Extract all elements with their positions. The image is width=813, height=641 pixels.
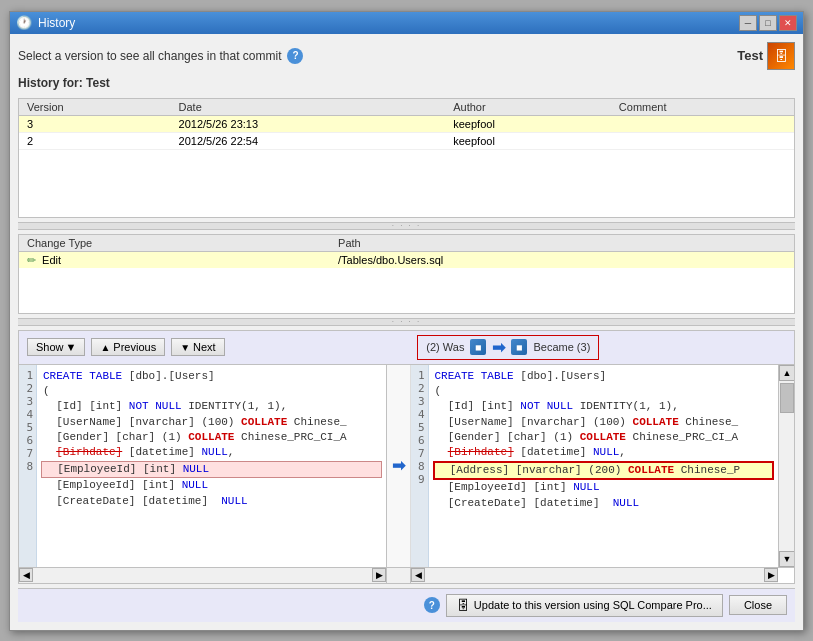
cell-comment <box>611 132 794 149</box>
select-version-text: Select a version to see all changes in t… <box>18 49 281 63</box>
diff-line: [Birhdate] [datetime] NULL, <box>433 445 775 460</box>
col-path: Path <box>330 235 794 252</box>
history-for-label: History for: Test <box>18 76 795 90</box>
edit-pencil-icon: ✏ <box>27 254 39 266</box>
horizontal-scrollbars: ◀ ▶ ◀ ▶ <box>19 567 794 583</box>
close-label: Close <box>744 599 772 611</box>
scroll-thumb[interactable] <box>780 383 794 413</box>
header-info: Select a version to see all changes in t… <box>18 48 303 64</box>
window-title: History <box>38 16 75 30</box>
diff-line: [UserName] [nvarchar] (100) COLLATE Chin… <box>433 415 775 430</box>
col-version: Version <box>19 99 171 116</box>
right-hscroll[interactable]: ◀ ▶ <box>411 568 778 583</box>
diff-section: Show ▼ ▲ Previous ▼ Next (2) Was ◼ ➡ <box>18 330 795 584</box>
header-row: Select a version to see all changes in t… <box>18 42 795 70</box>
next-arrow-icon: ▼ <box>180 342 190 353</box>
right-scrollbar[interactable]: ▲ ▼ <box>778 365 794 567</box>
diff-line: [Id] [int] NOT NULL IDENTITY(1, 1), <box>433 399 775 414</box>
hscroll-right-left-button[interactable]: ◀ <box>411 568 425 582</box>
next-label: Next <box>193 341 216 353</box>
title-bar-left: 🕐 History <box>16 15 75 30</box>
diff-line: [Id] [int] NOT NULL IDENTITY(1, 1), <box>41 399 382 414</box>
was-label: (2) Was <box>426 341 464 353</box>
history-for-static: History for: <box>18 76 83 90</box>
diff-line: CREATE TABLE [dbo].[Users] <box>433 369 775 384</box>
change-type-label: Edit <box>42 254 61 266</box>
diff-line: [UserName] [nvarchar] (100) COLLATE Chin… <box>41 415 382 430</box>
changes-table-container: Change Type Path ✏ Edit /Tables/dbo.User… <box>18 234 795 314</box>
hscroll-mid <box>387 568 411 583</box>
hscroll-left-button[interactable]: ◀ <box>19 568 33 582</box>
table-row[interactable]: 2 2012/5/26 22:54 keepfool <box>19 132 794 149</box>
diff-line: ( <box>41 384 382 399</box>
diff-line: [Gender] [char] (1) COLLATE Chinese_PRC_… <box>41 430 382 445</box>
previous-label: Previous <box>113 341 156 353</box>
scroll-up-button[interactable]: ▲ <box>779 365 794 381</box>
close-window-button[interactable]: ✕ <box>779 15 797 31</box>
table-row[interactable]: 3 2012/5/26 23:13 keepfool <box>19 115 794 132</box>
diff-line: [EmployeeId] [int] NULL <box>41 478 382 493</box>
diff-line-added: [Address] [nvarchar] (200) COLLATE Chine… <box>433 461 775 480</box>
minimize-button[interactable]: ─ <box>739 15 757 31</box>
diff-line-highlight: [EmployeeId] [int] NULL <box>41 461 382 478</box>
cell-author: keepfool <box>445 132 611 149</box>
col-date: Date <box>171 99 446 116</box>
diff-left-pane[interactable]: CREATE TABLE [dbo].[Users] ( [Id] [int] … <box>37 365 387 567</box>
hscroll-right-button[interactable]: ▶ <box>372 568 386 582</box>
diff-was-box: (2) Was ◼ ➡ ◼ Became (3) <box>417 335 599 360</box>
update-label: Update to this version using SQL Compare… <box>474 599 712 611</box>
divider-2[interactable]: · · · · <box>18 318 795 326</box>
update-button[interactable]: 🗄 Update to this version using SQL Compa… <box>446 594 723 617</box>
changes-table: Change Type Path ✏ Edit /Tables/dbo.User… <box>19 235 794 268</box>
divider-1[interactable]: · · · · <box>18 222 795 230</box>
content-area: Select a version to see all changes in t… <box>10 34 803 630</box>
db-was-icon: ◼ <box>470 339 486 355</box>
close-button[interactable]: Close <box>729 595 787 615</box>
scroll-down-button[interactable]: ▼ <box>779 551 794 567</box>
col-comment: Comment <box>611 99 794 116</box>
cell-version: 2 <box>19 132 171 149</box>
app-name-label: Test <box>737 48 763 63</box>
maximize-button[interactable]: □ <box>759 15 777 31</box>
col-author: Author <box>445 99 611 116</box>
help-icon[interactable]: ? <box>287 48 303 64</box>
db-update-icon: 🗄 <box>457 598 470 613</box>
right-pane-wrapper: 1 2 3 4 5 6 7 8 9 CREATE TABLE [dbo].[Us… <box>411 365 779 567</box>
history-icon: 🕐 <box>16 15 32 30</box>
table-row[interactable]: ✏ Edit /Tables/dbo.Users.sql <box>19 251 794 268</box>
cell-comment <box>611 115 794 132</box>
diff-mid-arrow-icon: ➡ <box>392 456 405 475</box>
left-hscroll[interactable]: ◀ ▶ <box>19 568 387 583</box>
diff-label-center: (2) Was ◼ ➡ ◼ Became (3) <box>231 335 786 360</box>
diff-line: [EmployeeId] [int] NULL <box>433 480 775 495</box>
diff-line: ( <box>433 384 775 399</box>
diff-content: 1 2 3 4 5 6 7 8 CREATE TABLE [dbo].[User… <box>19 365 794 567</box>
scroll-track[interactable] <box>779 381 794 551</box>
cell-change-type: ✏ Edit <box>19 251 330 268</box>
diff-line: [CreateDate] [datetime] NULL <box>41 494 382 509</box>
prev-arrow-icon: ▲ <box>100 342 110 353</box>
bottom-help-icon[interactable]: ? <box>424 597 440 613</box>
diff-mid-arrow-col: ➡ <box>387 365 411 567</box>
diff-line: [CreateDate] [datetime] NULL <box>433 496 775 511</box>
hscroll-right-right-button[interactable]: ▶ <box>764 568 778 582</box>
previous-button[interactable]: ▲ Previous <box>91 338 165 356</box>
diff-line: [Gender] [char] (1) COLLATE Chinese_PRC_… <box>433 430 775 445</box>
db-became-icon: ◼ <box>511 339 527 355</box>
diff-line: CREATE TABLE [dbo].[Users] <box>41 369 382 384</box>
show-label: Show <box>36 341 64 353</box>
right-line-numbers: 1 2 3 4 5 6 7 8 9 <box>411 365 429 567</box>
history-window: 🕐 History ─ □ ✕ Select a version to see … <box>9 11 804 631</box>
diff-right-pane[interactable]: CREATE TABLE [dbo].[Users] ( [Id] [int] … <box>429 365 779 567</box>
show-button[interactable]: Show ▼ <box>27 338 85 356</box>
next-button[interactable]: ▼ Next <box>171 338 225 356</box>
diff-toolbar: Show ▼ ▲ Previous ▼ Next (2) Was ◼ ➡ <box>19 331 794 365</box>
title-bar-buttons: ─ □ ✕ <box>739 15 797 31</box>
became-label: Became (3) <box>533 341 590 353</box>
left-pane-wrapper: 1 2 3 4 5 6 7 8 CREATE TABLE [dbo].[User… <box>19 365 387 567</box>
diff-direction-icon: ➡ <box>492 338 505 357</box>
app-icon-area: Test 🗄 <box>737 42 795 70</box>
divider-dots-1: · · · · <box>392 221 422 230</box>
cell-date: 2012/5/26 23:13 <box>171 115 446 132</box>
divider-dots-2: · · · · <box>392 317 422 326</box>
